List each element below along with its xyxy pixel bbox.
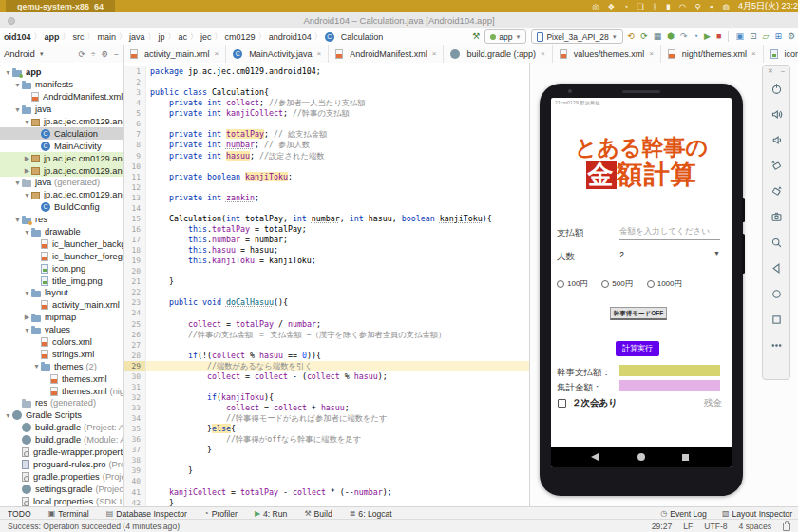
breadcrumb-item-cm0129[interactable]: cm0129 (225, 32, 256, 42)
search-icon[interactable]: ⚲ (694, 2, 700, 11)
code-line-8[interactable]: 8 private int numbar; // 参加人数 (124, 140, 529, 150)
kanji-mode-toggle-button[interactable]: 幹事得モードOFF (610, 307, 667, 320)
tree-item-gradle-wrapper-properti[interactable]: gradle-wrapper.properti (0, 446, 123, 459)
code-editor[interactable]: 1package jp.ac.jec.cm0129.android104;23p… (124, 63, 530, 506)
code-line-39[interactable]: 39 } (124, 466, 529, 476)
hide-icon[interactable]: − (114, 49, 119, 59)
tree-item-activity-main-xml[interactable]: activity_main.xml (0, 299, 123, 312)
tree-item-mainactivity[interactable]: CMainActivity (0, 140, 123, 152)
code-line-14[interactable]: 14 (124, 203, 529, 214)
tree-item-jp-ac-jec-cm0129-and[interactable]: ▶jp.ac.jec.cm0129.and (0, 152, 123, 164)
close-tab-icon[interactable]: × (649, 49, 654, 58)
tree-item-ic-launcher-backg[interactable]: ic_launcher_backg (0, 238, 123, 250)
code-line-40[interactable]: 40 (124, 476, 529, 486)
apply-changes-icon[interactable]: ⟲ (628, 30, 636, 43)
close-tab-icon[interactable]: × (317, 49, 322, 58)
app-switch-icon[interactable]: ❖ (608, 2, 616, 11)
chevron-right-icon[interactable]: ▶ (23, 314, 31, 321)
tree-item-values[interactable]: ▼values (0, 324, 123, 336)
toolwindow-6-logcat[interactable]: ≣6: Logcat (350, 509, 392, 519)
tree-item-local-properties[interactable]: local.properties(SDK Lo (0, 495, 123, 506)
code-line-35[interactable]: 35 }else{ (124, 424, 529, 434)
code-line-27[interactable]: 27 (124, 340, 529, 351)
avd-manager-icon[interactable]: ▱ (762, 30, 769, 43)
breadcrumb-item-app[interactable]: app (45, 32, 60, 42)
tree-item-mipmap[interactable]: ▶mipmap (0, 312, 123, 324)
rotate-left-icon[interactable] (770, 160, 783, 172)
debug-icon[interactable]: ⬢ (667, 30, 674, 43)
running-devices-icon[interactable]: ⊡ (750, 30, 757, 43)
toolwindow-event-log[interactable]: ◷Event Log (660, 509, 707, 519)
breadcrumb-item-jp[interactable]: jp (159, 32, 165, 42)
back-icon[interactable] (770, 262, 783, 275)
volume-up-icon[interactable] (770, 108, 783, 121)
indent-indicator[interactable]: 4 spaces (739, 522, 771, 531)
project-view-selector[interactable]: Android (4, 48, 35, 59)
code-line-11[interactable]: 11 private boolean kanjiToku; (124, 172, 529, 182)
toolwindow-terminal[interactable]: ▣Terminal (48, 509, 89, 519)
code-line-10[interactable]: 10 (124, 162, 529, 172)
settings-icon[interactable]: ⚙ (101, 49, 108, 59)
code-line-29[interactable]: 29 //端数があるなら端数を引く (124, 361, 529, 371)
calculate-button[interactable]: 計算実行 (616, 341, 659, 356)
chevron-down-icon[interactable]: ▼ (4, 412, 12, 419)
qemu-window-tab[interactable]: qemu-system-x86_64 (6, 0, 115, 12)
screenshot-icon[interactable] (770, 211, 783, 223)
radio-1000[interactable]: 1000円 (647, 278, 682, 289)
chevron-down-icon[interactable]: ▼ (23, 290, 31, 296)
tree-item-strings-xml[interactable]: strings.xml (0, 348, 123, 360)
code-line-4[interactable]: 4 private int collect; //参加者一人当たり支払額 (124, 98, 529, 108)
profile-app-icon[interactable]: ▶ (704, 30, 711, 43)
toolwindow-layout-inspector[interactable]: ▧Layout Inspector (722, 509, 792, 519)
tree-item-calculation[interactable]: CCalculation (0, 127, 123, 140)
code-line-5[interactable]: 5 private int kanjiCollect; //幹事の支払額 (124, 108, 529, 119)
code-line-22[interactable]: 22 (124, 287, 529, 297)
code-line-1[interactable]: 1package jp.ac.jec.cm0129.android104; (124, 66, 529, 77)
tab-activity-main-xml[interactable]: activity_main.xml× (124, 45, 226, 63)
chevron-right-icon[interactable]: ▶ (23, 167, 31, 175)
wifi-icon[interactable]: ◠ (679, 2, 686, 11)
tree-item-jp-ac-jec-cm0129-and[interactable]: ▼jp.ac.jec.cm0129.and (0, 116, 123, 128)
code-line-2[interactable]: 2 (124, 77, 529, 87)
code-line-41[interactable]: 41 kanjiCollect = totalPay - collect * (… (124, 487, 529, 498)
tab-mainactivity-java[interactable]: CMainActivity.java× (226, 45, 329, 63)
code-line-12[interactable]: 12 (124, 182, 529, 193)
code-line-17[interactable]: 17 this.numbar = numbar; (124, 235, 529, 245)
more-icon[interactable] (770, 339, 783, 352)
apply-code-changes-icon[interactable]: ⟳ (640, 30, 648, 43)
breadcrumb-item-java[interactable]: java (129, 32, 145, 42)
code-line-36[interactable]: 36 //幹事得がoffなら幹事に端数を足す (124, 434, 529, 445)
close-tab-icon[interactable]: × (432, 49, 437, 58)
close-tab-icon[interactable]: × (751, 49, 756, 58)
tree-item-settings-gradle[interactable]: settings.gradle(Project (0, 483, 123, 495)
kanji-pay-field[interactable] (619, 365, 720, 376)
device-manager-icon[interactable]: ▣ (735, 30, 744, 43)
code-line-21[interactable]: 21 } (124, 276, 529, 287)
nav-home-icon[interactable] (637, 453, 645, 461)
tree-item-java[interactable]: ▼java(generated) (0, 177, 123, 189)
chevron-down-icon[interactable]: ▼ (4, 69, 12, 76)
code-line-26[interactable]: 26 //幹事の支払金額 ＝ 支払金額 −（漢字を除く参加者全員の支払金額） (124, 330, 529, 340)
tree-item-build-gradle[interactable]: build.gradle(Project: An (0, 422, 123, 434)
tab-icon-png[interactable]: icon.png× (764, 45, 798, 63)
stop-icon[interactable]: ■ (716, 30, 721, 43)
rotate-right-icon[interactable] (770, 185, 783, 198)
volume-down-icon[interactable] (770, 134, 783, 146)
overview-icon[interactable] (770, 314, 783, 326)
code-line-18[interactable]: 18 this.hasuu = hasuu; (124, 245, 529, 256)
sdk-manager-icon[interactable]: ⊞ (774, 30, 782, 43)
tree-item-colors-xml[interactable]: colors.xml (0, 336, 123, 349)
power-icon[interactable] (770, 83, 783, 95)
tree-item-app[interactable]: ▼app (0, 66, 123, 79)
people-spinner[interactable]: 2 (619, 250, 624, 259)
code-line-13[interactable]: 13 private int zankin; (124, 193, 529, 203)
breadcrumb-item-src[interactable]: src (73, 32, 85, 42)
code-line-23[interactable]: 23 public void doCalHasuu(){ (124, 297, 529, 308)
chevron-down-icon[interactable]: ▼ (23, 119, 31, 125)
code-line-15[interactable]: 15 Calculation(int totalPay, int numbar,… (124, 214, 529, 224)
tree-item-layout[interactable]: ▼layout (0, 287, 123, 299)
tree-item-buildconfig[interactable]: CBuildConfig (0, 201, 123, 214)
chevron-down-icon[interactable]: ▼ (23, 327, 31, 333)
tree-item-themes[interactable]: ▼themes(2) (0, 360, 123, 372)
total-field[interactable] (619, 380, 720, 391)
